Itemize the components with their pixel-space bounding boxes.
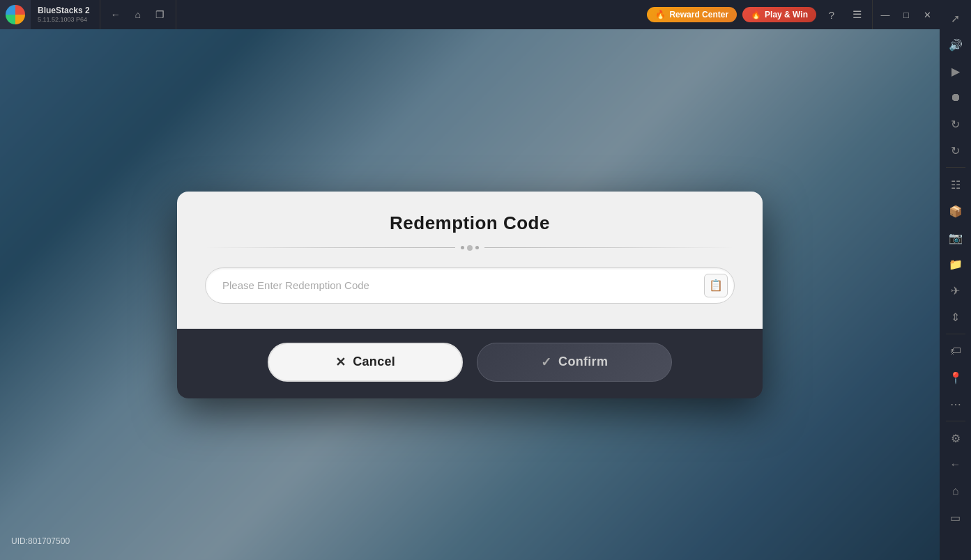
modal-overlay: Redemption Code 📋 ✕ Cancel	[0, 29, 940, 560]
volume-icon-button[interactable]: 🔊	[943, 32, 968, 57]
screenshot-icon-button[interactable]: 📷	[943, 225, 968, 250]
app-version: 5.11.52.1003 P64	[38, 16, 90, 24]
dialog-lower: ✕ Cancel ✓ Confirm	[177, 329, 763, 398]
redemption-code-input[interactable]	[205, 267, 735, 304]
dialog-divider	[205, 245, 735, 251]
reward-center-label: Reward Center	[669, 10, 728, 20]
topbar-actions: 🔥 Reward Center 🔥 Play & Win ? ☰	[647, 5, 872, 24]
video-icon-button[interactable]: ▶	[943, 59, 968, 84]
cancel-label: Cancel	[353, 355, 395, 369]
sidebar-divider-3	[946, 421, 965, 421]
bookmark-icon-button[interactable]: 🏷	[943, 339, 968, 364]
right-sidebar: ➚ 🔊 ▶ ⏺ ↻ ↻ ☷ 📦 📷 📁 ✈ ⇕ 🏷 📍 ⋯ ⚙ ← ⌂ ▭	[940, 0, 971, 560]
topbar-nav: ← ⌂ ❐	[100, 0, 176, 29]
menu-button[interactable]: ☰	[847, 5, 866, 24]
confirm-label: Confirm	[558, 355, 608, 369]
package-icon-button[interactable]: 📦	[943, 199, 968, 224]
cancel-button[interactable]: ✕ Cancel	[268, 343, 463, 382]
home-button[interactable]: ⌂	[128, 5, 148, 24]
rotate-icon-button[interactable]: ↻	[943, 138, 968, 163]
close-button[interactable]: ✕	[917, 5, 937, 24]
flame-icon: 🔥	[751, 10, 761, 20]
refresh-icon-button[interactable]: ↻	[943, 111, 968, 137]
apps-grid-icon-button[interactable]: ☷	[943, 172, 968, 197]
location-icon-button[interactable]: 📍	[943, 365, 968, 390]
airplane-icon-button[interactable]: ✈	[943, 278, 968, 303]
help-button[interactable]: ?	[822, 5, 841, 24]
sidebar-divider-2	[946, 334, 965, 334]
topbar: BlueStacks 2 5.11.52.1003 P64 ← ⌂ ❐ 🔥 Re…	[0, 0, 940, 29]
minimize-button[interactable]: —	[876, 5, 895, 24]
app-name: BlueStacks 2	[38, 6, 90, 15]
play-win-button[interactable]: 🔥 Play & Win	[742, 7, 816, 22]
input-wrapper: 📋	[205, 267, 735, 304]
resize-icon-button[interactable]: ⇕	[943, 304, 968, 329]
app-info: BlueStacks 2 5.11.52.1003 P64	[31, 6, 97, 23]
fullscreen-icon-button[interactable]: ➚	[943, 6, 968, 31]
divider-dot-2	[467, 245, 473, 251]
divider-dots	[455, 245, 484, 251]
window-controls: — □ ✕	[872, 0, 940, 29]
divider-dot-3	[475, 246, 479, 249]
dialog-title: Redemption Code	[205, 212, 735, 234]
home-icon-button[interactable]: ⌂	[943, 479, 968, 504]
play-win-label: Play & Win	[765, 10, 808, 20]
confirm-icon: ✓	[541, 355, 551, 370]
redemption-dialog: Redemption Code 📋 ✕ Cancel	[177, 192, 763, 398]
more-icon-button[interactable]: ⋯	[943, 391, 968, 417]
clipboard-icon: 📋	[709, 279, 723, 292]
cancel-icon: ✕	[335, 355, 346, 370]
tasks-icon-button[interactable]: ▭	[943, 505, 968, 530]
reward-center-button[interactable]: 🔥 Reward Center	[647, 7, 737, 22]
restore-button[interactable]: □	[896, 5, 916, 24]
sidebar-divider-1	[946, 167, 965, 168]
folder-icon-button[interactable]: 📁	[943, 251, 968, 277]
logo-circle	[6, 5, 25, 24]
back-icon-button[interactable]: ←	[943, 452, 968, 477]
fire-icon: 🔥	[655, 10, 666, 20]
paste-button[interactable]: 📋	[704, 274, 728, 297]
back-button[interactable]: ←	[106, 5, 125, 24]
copy-button[interactable]: ❐	[151, 5, 170, 24]
dialog-upper: Redemption Code 📋	[177, 192, 763, 329]
divider-line-left	[205, 247, 455, 248]
divider-line-right	[484, 247, 735, 248]
settings-icon-button[interactable]: ⚙	[943, 426, 968, 451]
confirm-button[interactable]: ✓ Confirm	[477, 343, 672, 382]
app-logo	[0, 0, 31, 29]
divider-dot-1	[461, 246, 464, 249]
uid-label: UID:801707500	[11, 536, 70, 546]
record-icon-button[interactable]: ⏺	[943, 85, 968, 110]
